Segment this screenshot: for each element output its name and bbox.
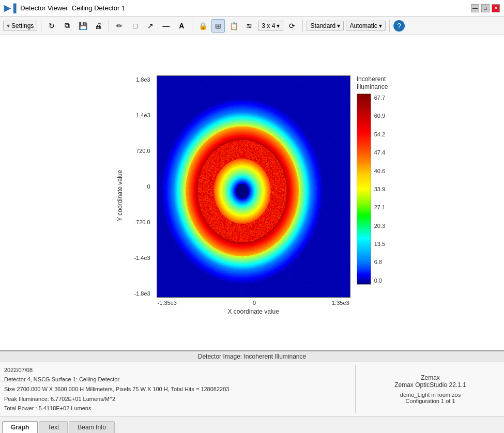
refresh-button[interactable]: ↻: [45, 19, 58, 33]
pencil-button[interactable]: ✏: [113, 19, 126, 33]
lock-button[interactable]: 🔒: [196, 19, 209, 33]
help-button[interactable]: ?: [393, 20, 405, 32]
rotate-icon: ⟳: [289, 22, 295, 30]
x-axis-label: X coordinate value: [227, 308, 279, 315]
info-power: Total Power : 5.4118E+02 Lumens: [4, 404, 350, 413]
rectangle-icon: □: [133, 22, 137, 30]
grid-icon: ⊞: [215, 22, 221, 30]
standard-label: Standard ▾: [310, 22, 340, 29]
pencil-icon: ✏: [116, 22, 123, 30]
main-content: Y coordinate value 1.8e3 1.4e3 720.0 0 -…: [0, 35, 504, 416]
cb-tick-0: 67.7: [374, 95, 385, 101]
y-tick-5: -1.4e3: [134, 255, 150, 261]
info-date: 2022/07/08: [4, 365, 350, 375]
separator-1: [41, 20, 41, 32]
separator-2: [109, 20, 109, 32]
info-brand: ZemaxZemax OpticStudio 22.1.1: [361, 374, 500, 389]
colorbar-title: IncoherentIlluminance: [357, 75, 388, 91]
cb-tick-9: 6.8: [374, 259, 385, 265]
heatmap: [157, 75, 350, 298]
automatic-button[interactable]: Automatic ▾: [346, 21, 386, 31]
app-icon: ▶▐: [4, 3, 16, 13]
layers-icon: ≋: [246, 22, 252, 30]
window-controls: — □ ✕: [471, 4, 500, 12]
grid-size-label: 3 x 4: [262, 22, 275, 29]
minimize-icon: —: [472, 5, 478, 11]
cb-tick-1: 60.9: [374, 113, 385, 119]
info-panel-header: Detector Image: Incoherent Illuminance: [0, 351, 504, 362]
cb-tick-3: 47.4: [374, 149, 385, 156]
cb-tick-8: 13.5: [374, 241, 385, 247]
y-tick-3: 0: [147, 183, 150, 190]
arrow-icon: ↗: [147, 22, 154, 30]
colorbar: [357, 94, 371, 285]
info-size: Size 2700.000 W X 3600.000 H Millimeters…: [4, 384, 350, 394]
grid-dropdown-icon: ▾: [277, 22, 280, 29]
cb-tick-7: 20.3: [374, 223, 385, 229]
rotate-button[interactable]: ⟳: [285, 19, 299, 33]
rectangle-button[interactable]: □: [128, 19, 142, 33]
y-tick-2: 720.0: [136, 148, 150, 154]
refresh-icon: ↻: [49, 22, 55, 30]
minimize-button[interactable]: —: [471, 4, 479, 12]
layers-button[interactable]: ≋: [242, 19, 256, 33]
y-axis-ticks: 1.8e3 1.4e3 720.0 0 -720.0 -1.4e3 -1.8e3: [126, 75, 150, 298]
close-icon: ✕: [494, 5, 498, 11]
title-bar: ▶▐ Detector Viewer: Ceiling Detector 1 —…: [0, 0, 504, 17]
tab-bar: Graph Text Beam Info: [0, 416, 504, 433]
toolbar: ▾ Settings ↻ ⧉ 💾 🖨 ✏ □ ↗ — A 🔒 ⊞ 📋 ≋: [0, 17, 504, 35]
save-icon: 💾: [79, 22, 87, 30]
chart-main: 1.8e3 1.4e3 720.0 0 -720.0 -1.4e3 -1.8e3: [126, 75, 388, 315]
y-tick-0: 1.8e3: [136, 76, 150, 83]
y-tick-1: 1.4e3: [136, 112, 150, 118]
info-detector: Detector 4, NSCG Surface 1: Ceiling Dete…: [4, 375, 350, 384]
text-tool-icon: A: [179, 22, 184, 30]
close-button[interactable]: ✕: [492, 4, 500, 12]
copy-icon: ⧉: [65, 21, 70, 30]
export-button[interactable]: 📋: [227, 19, 240, 33]
info-panel: Detector Image: Incoherent Illuminance 2…: [0, 350, 504, 416]
standard-button[interactable]: Standard ▾: [307, 21, 344, 31]
info-project: demo_Light in room.zosConfiguration 1 of…: [361, 392, 500, 404]
cb-tick-5: 33.9: [374, 186, 385, 192]
line-icon: —: [162, 22, 170, 30]
tab-graph[interactable]: Graph: [2, 421, 38, 433]
y-axis-label: Y coordinate value: [116, 84, 124, 306]
settings-label: Settings: [11, 22, 34, 29]
x-tick-1: 0: [253, 300, 256, 306]
print-icon: 🖨: [95, 22, 102, 30]
chart-row: 1.8e3 1.4e3 720.0 0 -720.0 -1.4e3 -1.8e3: [126, 75, 388, 315]
tab-text[interactable]: Text: [39, 421, 68, 433]
text-button[interactable]: A: [175, 19, 188, 33]
grid-size-button[interactable]: 3 x 4 ▾: [258, 21, 283, 31]
save-button[interactable]: 💾: [76, 19, 89, 33]
settings-dropdown-icon: ▾: [7, 22, 10, 29]
maximize-button[interactable]: □: [481, 4, 490, 12]
colorbar-ticks: 67.7 60.9 54.2 47.4 40.6 33.9 27.1 20.3 …: [374, 94, 385, 285]
settings-button[interactable]: ▾ Settings: [3, 21, 37, 31]
info-panel-body: 2022/07/08 Detector 4, NSCG Surface 1: C…: [0, 362, 504, 416]
separator-4: [302, 20, 303, 32]
window-title: Detector Viewer: Ceiling Detector 1: [20, 4, 125, 12]
info-peak: Peak Illuminance: 6.7702E+01 Lumens/M^2: [4, 394, 350, 404]
y-tick-4: -720.0: [134, 219, 150, 225]
grid-view-button[interactable]: ⊞: [211, 19, 225, 33]
x-axis-ticks: -1.35e3 0 1.35e3: [157, 300, 350, 306]
info-left: 2022/07/08 Detector 4, NSCG Surface 1: C…: [4, 365, 350, 413]
help-icon: ?: [397, 22, 401, 30]
colorbar-section: IncoherentIlluminance 67.7 60.9 54.2 47.…: [357, 75, 388, 285]
y-tick-6: -1.8e3: [134, 290, 150, 297]
separator-5: [389, 20, 390, 32]
cb-tick-10: 0.0: [374, 277, 385, 284]
print-button[interactable]: 🖨: [91, 19, 105, 33]
line-button[interactable]: —: [159, 19, 173, 33]
cb-tick-2: 54.2: [374, 131, 385, 137]
arrow-button[interactable]: ↗: [144, 19, 157, 33]
tab-beam-info[interactable]: Beam Info: [69, 421, 115, 433]
cb-tick-4: 40.6: [374, 168, 385, 174]
separator-3: [192, 20, 192, 32]
chart-area: Y coordinate value 1.8e3 1.4e3 720.0 0 -…: [0, 35, 504, 350]
automatic-label: Automatic ▾: [349, 22, 382, 29]
maximize-icon: □: [484, 5, 487, 11]
copy-button[interactable]: ⧉: [60, 19, 74, 33]
